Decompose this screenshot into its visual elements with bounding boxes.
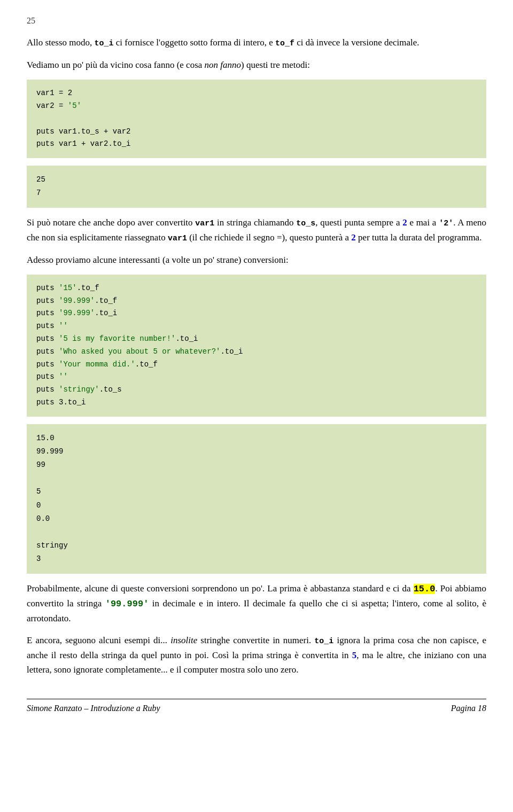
inline-code-to-f: to_f [275, 39, 294, 48]
inline-to-i-2: to_i [314, 637, 333, 646]
code-block-2: puts '15'.to_f puts '99.999'.to_f puts '… [27, 275, 486, 417]
inline-num-5: 5 [352, 650, 357, 660]
intro-paragraph: Allo stesso modo, to_i ci fornisce l'ogg… [27, 35, 486, 50]
output-block-1: 25 7 [27, 166, 486, 207]
footer-author: Simone Ranzato – Introduzione a Ruby [27, 704, 160, 713]
italic-insolite: insolite [170, 635, 197, 645]
paragraph-2: Adesso proviamo alcune interessanti (a v… [27, 253, 486, 267]
paragraph-4: E ancora, seguono alcuni esempi di... in… [27, 633, 486, 677]
page-number-top: 25 [27, 16, 486, 26]
inline-var1-2: var1 [168, 234, 187, 243]
section1-intro: Vediamo un po' più da vicino cosa fanno … [27, 58, 486, 72]
inline-to-s: to_s [296, 219, 315, 228]
paragraph-1: Si può notare che anche dopo aver conver… [27, 215, 486, 245]
inline-num-2: 2 [402, 217, 407, 228]
footer-page: Pagina 18 [451, 704, 486, 713]
inline-var1: var1 [195, 219, 214, 228]
inline-num-2b: 2 [351, 232, 356, 243]
inline-code-to-i: to_i [95, 39, 114, 48]
highlight-15: 15.0 [414, 584, 436, 594]
inline-green-999: '99.999' [105, 599, 149, 609]
paragraph-3: Probabilmente, alcune di queste conversi… [27, 581, 486, 626]
inline-str-2: '2' [439, 219, 453, 228]
footer: Simone Ranzato – Introduzione a Ruby Pag… [27, 699, 486, 713]
code-block-1: var1 = 2 var2 = '5' puts var1.to_s + var… [27, 80, 486, 158]
output-block-2: 15.0 99.999 99 5 0 0.0 stringy 3 [27, 424, 486, 574]
